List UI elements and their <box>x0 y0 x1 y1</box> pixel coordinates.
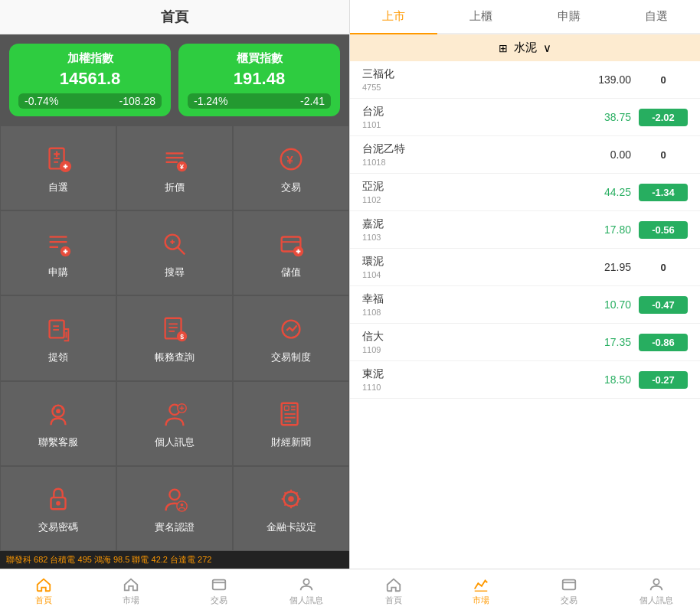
svg-line-68 <box>284 504 286 506</box>
stock-row[interactable]: 嘉泥 1103 17.80 -0.56 <box>350 211 700 249</box>
menu-discount-label: 折價 <box>165 181 185 194</box>
stock-code: 1104 <box>362 270 577 279</box>
otc-index-title: 櫃買指數 <box>188 51 331 66</box>
stock-row[interactable]: 台泥乙特 11018 0.00 0 <box>350 136 700 174</box>
stock-price: 17.80 <box>577 223 631 236</box>
stock-change: -1.34 <box>639 184 688 201</box>
stock-price: 38.75 <box>577 111 631 123</box>
tab-watchlist[interactable]: 自選 <box>613 0 700 33</box>
account-query-icon: $ <box>158 312 191 346</box>
stock-info: 台泥 1101 <box>362 105 577 129</box>
menu-real-name[interactable]: 實名認證 <box>116 466 233 551</box>
menu-search[interactable]: 搜尋 <box>116 210 233 295</box>
menu-apply-label: 申購 <box>48 266 68 279</box>
personal-info-icon <box>158 397 191 431</box>
stock-change: -0.27 <box>639 371 688 389</box>
otc-index-pct: -1.24% <box>194 95 227 107</box>
weighted-index-value: 14561.8 <box>18 69 162 89</box>
trade-system-icon <box>274 312 308 346</box>
stock-code: 4755 <box>362 83 577 92</box>
left-nav-home[interactable]: 首頁 <box>0 569 87 613</box>
sector-selector[interactable]: ⊞ 水泥 ∨ <box>350 34 700 61</box>
grid-icon: ⊞ <box>499 42 508 54</box>
svg-rect-48 <box>284 406 289 411</box>
left-nav-trade-label: 交易 <box>211 595 227 606</box>
menu-personal-info[interactable]: 個人訊息 <box>116 381 233 466</box>
left-nav-trade[interactable]: 交易 <box>175 569 263 613</box>
apply-icon <box>41 227 75 261</box>
tab-otc[interactable]: 上櫃 <box>437 0 525 33</box>
chevron-down-icon: ∨ <box>543 41 551 55</box>
otc-index-pts: -2.41 <box>300 95 325 107</box>
svg-line-67 <box>296 493 298 494</box>
stock-row[interactable]: 亞泥 1102 44.25 -1.34 <box>350 174 700 211</box>
svg-point-42 <box>56 409 61 414</box>
sector-label: 水泥 <box>514 41 537 55</box>
stock-row[interactable]: 三福化 4755 139.00 0 <box>350 61 700 99</box>
menu-trade-label: 交易 <box>281 181 301 194</box>
menu-trade-password[interactable]: 交易密碼 <box>0 466 116 551</box>
stock-code: 1102 <box>362 195 577 204</box>
menu-financial-news[interactable]: 財經新聞 <box>233 381 349 466</box>
otc-index-card: 櫃買指數 191.48 -1.24% -2.41 <box>178 44 340 116</box>
stock-name: 幸福 <box>362 292 577 306</box>
stock-price: 44.25 <box>577 186 631 198</box>
right-nav-trade[interactable]: 交易 <box>525 569 613 613</box>
menu-grid: 自選 ¥ 折價 <box>0 126 349 551</box>
menu-deposit-label: 儲值 <box>281 266 301 279</box>
right-nav-person-label: 個人訊息 <box>639 595 673 606</box>
right-nav-home-label: 首頁 <box>385 595 402 606</box>
stock-change: -2.02 <box>639 109 688 126</box>
stock-name: 嘉泥 <box>362 217 577 231</box>
withdraw-icon <box>41 312 75 346</box>
menu-customer-service[interactable]: 聯繫客服 <box>0 381 116 466</box>
svg-point-71 <box>303 579 309 585</box>
right-nav-person[interactable]: 個人訊息 <box>613 569 700 613</box>
stock-row[interactable]: 信大 1109 17.35 -0.86 <box>350 324 700 361</box>
stock-name: 三福化 <box>362 67 577 81</box>
menu-trade[interactable]: ¥ 交易 <box>233 126 349 210</box>
weighted-index-title: 加權指數 <box>18 51 162 66</box>
trade-icon: ¥ <box>274 142 308 176</box>
stock-code: 1109 <box>362 345 577 354</box>
menu-real-name-label: 實名認證 <box>155 520 195 534</box>
stock-row[interactable]: 東泥 1110 18.50 -0.27 <box>350 361 700 399</box>
stock-code: 1110 <box>362 383 577 392</box>
menu-withdraw[interactable]: 提領 <box>0 295 116 380</box>
tab-ipo[interactable]: 申購 <box>525 0 613 33</box>
svg-point-60 <box>288 497 294 503</box>
menu-account-query[interactable]: $ 帳務查詢 <box>116 295 233 380</box>
customer-service-icon <box>41 397 75 431</box>
stock-change: 0 <box>639 71 688 89</box>
menu-personal-info-label: 個人訊息 <box>155 435 195 449</box>
stock-row[interactable]: 環泥 1104 21.95 0 <box>350 249 700 286</box>
stock-name: 東泥 <box>362 367 577 381</box>
stock-row[interactable]: 幸福 1108 10.70 -0.47 <box>350 286 700 324</box>
menu-card-settings[interactable]: 金融卡設定 <box>233 466 349 551</box>
stock-name: 台泥 <box>362 105 577 119</box>
page-title: 首頁 <box>0 0 349 34</box>
right-nav-home[interactable]: 首頁 <box>350 569 437 613</box>
menu-apply[interactable]: 申購 <box>0 210 116 295</box>
menu-trade-system-label: 交易制度 <box>271 351 311 364</box>
menu-trade-system[interactable]: 交易制度 <box>233 295 349 380</box>
menu-deposit[interactable]: 儲值 <box>233 210 349 295</box>
tab-listed[interactable]: 上市 <box>350 0 437 34</box>
left-nav-market[interactable]: 市場 <box>87 569 175 613</box>
deposit-icon <box>274 227 308 261</box>
right-nav-market[interactable]: 市場 <box>437 569 525 613</box>
stock-change: -0.56 <box>639 221 688 239</box>
menu-customer-service-label: 聯繫客服 <box>38 435 78 449</box>
left-nav-person[interactable]: 個人訊息 <box>263 569 350 613</box>
svg-line-65 <box>284 493 286 494</box>
otc-index-value: 191.48 <box>188 69 331 89</box>
stock-change: -0.47 <box>639 296 688 314</box>
stock-price: 10.70 <box>577 298 631 311</box>
svg-rect-73 <box>562 580 575 590</box>
trade-password-icon <box>41 482 75 516</box>
menu-discount[interactable]: ¥ 折價 <box>116 126 233 210</box>
stock-code: 1103 <box>362 233 577 242</box>
menu-watchlist-label: 自選 <box>48 181 68 194</box>
menu-watchlist[interactable]: 自選 <box>0 126 116 210</box>
stock-row[interactable]: 台泥 1101 38.75 -2.02 <box>350 99 700 136</box>
